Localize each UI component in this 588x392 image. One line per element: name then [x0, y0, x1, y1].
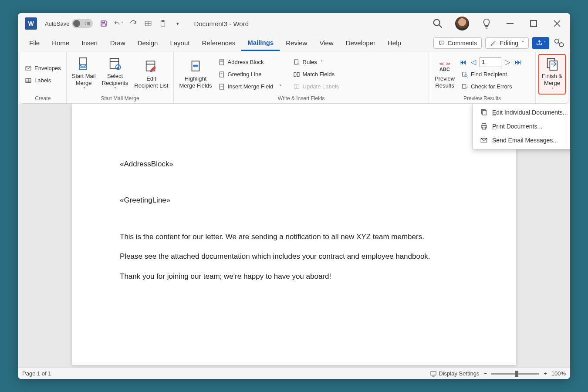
edit-recipient-list-label: Edit Recipient List: [134, 75, 168, 89]
group-start-mail-merge: Start Mail Merge˅ Select Recipients˅ Edi…: [67, 52, 174, 103]
match-fields-button[interactable]: Match Fields: [291, 70, 351, 79]
editing-label: Editing: [500, 40, 518, 47]
tab-layout[interactable]: Layout: [164, 36, 196, 50]
tab-help[interactable]: Help: [382, 36, 407, 50]
save-icon[interactable]: [99, 19, 108, 28]
body-paragraph-2[interactable]: Please see the attached documentation wh…: [120, 248, 468, 264]
tab-file[interactable]: File: [23, 36, 46, 50]
maximize-button[interactable]: [527, 17, 540, 30]
editing-mode-button[interactable]: Editing ˅: [485, 37, 529, 49]
last-record-icon[interactable]: ⏭: [514, 58, 522, 67]
insert-merge-field-label: Insert Merge Field: [228, 83, 274, 90]
user-avatar[interactable]: [455, 17, 469, 30]
finish-merge-menu: Edit Individual Documents... Print Docum…: [473, 104, 570, 149]
menu-edit-individual[interactable]: Edit Individual Documents...: [473, 105, 570, 119]
svg-rect-46: [463, 84, 466, 88]
select-recipients-button[interactable]: Select Recipients˅: [99, 54, 131, 95]
paste-icon[interactable]: [158, 19, 168, 28]
tab-review[interactable]: Review: [280, 36, 313, 50]
ribbon: Envelopes Labels Create Start Mail Merge…: [20, 52, 568, 104]
zoom-level[interactable]: 100%: [551, 370, 566, 377]
body-paragraph-3[interactable]: Thank you for joining our team; we're ha…: [120, 268, 468, 284]
page[interactable]: «AddressBlock» «GreetingLine» This is th…: [72, 104, 516, 365]
mail-merge-icon: [76, 57, 91, 71]
qat-customize-icon[interactable]: ▾: [173, 19, 182, 28]
zoom-out-button[interactable]: −: [484, 370, 487, 377]
edit-recipient-list-button[interactable]: Edit Recipient List: [132, 54, 171, 95]
greeting-line-field[interactable]: «GreetingLine»: [120, 192, 468, 208]
tab-developer[interactable]: Developer: [340, 36, 382, 50]
update-labels-label: Update Labels: [303, 83, 339, 90]
svg-line-9: [439, 25, 442, 28]
word-app-icon: W: [25, 17, 37, 30]
rules-button[interactable]: Rules˅: [291, 57, 351, 67]
autosave-control[interactable]: AutoSave Off: [45, 19, 93, 28]
minimize-button[interactable]: [504, 17, 516, 30]
tab-home[interactable]: Home: [46, 36, 75, 50]
ribbon-tabs: File Home Insert Draw Design Layout Refe…: [18, 34, 570, 52]
rules-label: Rules: [303, 59, 317, 65]
insert-merge-field-button[interactable]: Insert Merge Field ˅: [216, 82, 290, 91]
comments-button[interactable]: Comments: [433, 37, 482, 49]
greeting-line-label: Greeting Line: [228, 71, 262, 78]
prev-record-icon[interactable]: ◁: [469, 58, 478, 67]
menu-print-documents[interactable]: Print Documents...: [473, 119, 570, 133]
svg-line-45: [467, 76, 468, 77]
menu-send-email[interactable]: Send Email Messages...: [473, 133, 570, 147]
tab-mailings[interactable]: Mailings: [241, 35, 280, 51]
preview-results-button[interactable]: ≪ ≫ ABC Preview Results: [432, 54, 458, 95]
address-block-button[interactable]: Address Block: [216, 57, 290, 67]
svg-rect-30: [220, 60, 223, 65]
finish-merge-button[interactable]: Finish & Merge˅: [538, 54, 566, 95]
find-recipient-button[interactable]: Find Recipient: [459, 70, 533, 79]
svg-rect-1: [102, 21, 105, 23]
greeting-line-button[interactable]: Greeting Line: [216, 70, 290, 79]
undo-icon[interactable]: ˅: [114, 19, 123, 28]
zoom-in-button[interactable]: +: [544, 370, 547, 377]
highlight-merge-fields-button[interactable]: Highlight Merge Fields: [176, 54, 214, 95]
display-settings-button[interactable]: Display Settings: [430, 370, 479, 377]
body-paragraph-1[interactable]: This is the content for our letter. We a…: [120, 229, 468, 245]
page-indicator[interactable]: Page 1 of 1: [22, 370, 51, 377]
labels-icon: [25, 77, 32, 84]
tab-insert[interactable]: Insert: [75, 36, 104, 50]
record-number-input[interactable]: [480, 57, 501, 67]
document-area[interactable]: «AddressBlock» «GreetingLine» This is th…: [18, 104, 570, 368]
svg-rect-37: [294, 60, 298, 64]
address-block-field[interactable]: «AddressBlock»: [120, 156, 468, 172]
display-settings-icon: [430, 370, 437, 377]
update-labels-button: Update Labels: [291, 82, 351, 91]
autosave-label: AutoSave: [45, 20, 69, 27]
greeting-line-icon: [218, 71, 225, 78]
envelopes-button[interactable]: Envelopes: [22, 64, 64, 73]
zoom-knob[interactable]: [515, 371, 518, 377]
start-mail-merge-button[interactable]: Start Mail Merge˅: [69, 54, 98, 95]
share-button[interactable]: ˅: [532, 37, 549, 49]
tab-design[interactable]: Design: [132, 36, 164, 50]
first-record-icon[interactable]: ⏮: [459, 58, 467, 67]
svg-rect-48: [550, 61, 557, 70]
email-icon: [480, 136, 488, 144]
address-block-icon: [218, 59, 225, 66]
tab-references[interactable]: References: [196, 36, 241, 50]
table-icon[interactable]: [143, 19, 153, 28]
lightbulb-icon[interactable]: [480, 17, 493, 30]
find-recipient-label: Find Recipient: [471, 71, 507, 78]
redo-icon[interactable]: [128, 19, 138, 28]
match-fields-icon: [293, 71, 300, 78]
tab-draw[interactable]: Draw: [104, 36, 132, 50]
search-icon[interactable]: [432, 17, 444, 30]
autosave-toggle[interactable]: Off: [72, 19, 93, 28]
collapse-ribbon-icon[interactable]: [553, 37, 565, 49]
match-fields-label: Match Fields: [303, 71, 335, 78]
close-button[interactable]: [551, 17, 563, 30]
labels-button[interactable]: Labels: [22, 76, 64, 85]
edit-list-icon: [144, 59, 159, 74]
svg-rect-43: [463, 72, 466, 76]
zoom-slider[interactable]: [491, 373, 539, 375]
check-errors-button[interactable]: Check for Errors: [459, 82, 533, 91]
next-record-icon[interactable]: ▷: [503, 58, 512, 67]
display-settings-label: Display Settings: [439, 370, 479, 377]
check-errors-label: Check for Errors: [471, 83, 512, 90]
tab-view[interactable]: View: [313, 36, 339, 50]
